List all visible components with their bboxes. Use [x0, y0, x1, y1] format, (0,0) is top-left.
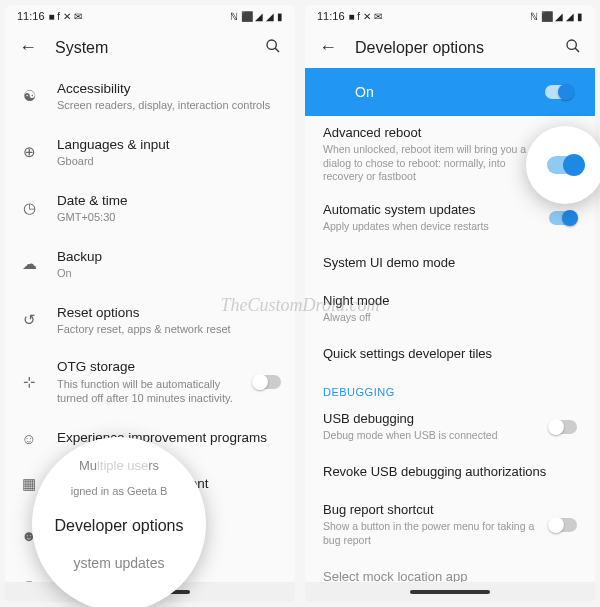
section-debugging: DEBUGGING — [305, 376, 595, 402]
svg-point-0 — [267, 40, 276, 49]
dev-master-toggle[interactable]: On — [305, 68, 595, 116]
clock-icon: ◷ — [19, 198, 39, 218]
svg-line-3 — [575, 48, 579, 52]
page-title: System — [55, 39, 247, 57]
status-bar: 11:16 ■ f ✕ ✉ ℕ ⬛ ◢ ◢ ▮ — [5, 5, 295, 27]
back-icon[interactable]: ← — [19, 37, 37, 58]
back-icon[interactable]: ← — [319, 37, 337, 58]
page-title: Developer options — [355, 39, 547, 57]
nav-bar — [305, 582, 595, 602]
dev-item-usb-debug[interactable]: USB debugging Debug mode when USB is con… — [305, 402, 595, 452]
accessibility-icon: ☯ — [19, 86, 39, 106]
list-item-reset[interactable]: ↺ Reset options Factory reset, apps & ne… — [5, 292, 295, 348]
dev-item-quick-tiles[interactable]: Quick settings developer tiles — [305, 334, 595, 376]
dev-item-revoke[interactable]: Revoke USB debugging authorizations — [305, 451, 595, 493]
dev-item-mock-location[interactable]: Select mock location app — [305, 557, 595, 582]
usb-icon: ⊹ — [19, 372, 39, 392]
auto-updates-toggle[interactable] — [549, 211, 577, 225]
svg-line-1 — [275, 48, 279, 52]
status-notif-icons: ■ f ✕ ✉ — [349, 11, 382, 22]
list-item-backup[interactable]: ☁ Backup On — [5, 236, 295, 292]
search-icon[interactable] — [265, 38, 281, 58]
phone-developer-options: 11:16 ■ f ✕ ✉ ℕ ⬛ ◢ ◢ ▮ ← Developer opti… — [305, 5, 595, 602]
zoom-lens-left: Multiple users igned in as Geeta B Devel… — [32, 437, 206, 607]
status-system-icons: ℕ ⬛ ◢ ◢ ▮ — [230, 11, 283, 22]
zoom-toggle-on — [547, 156, 583, 174]
status-system-icons: ℕ ⬛ ◢ ◢ ▮ — [530, 11, 583, 22]
zoom-lens-right — [526, 126, 600, 204]
phone-icon: ▯ — [19, 576, 39, 582]
status-notif-icons: ■ f ✕ ✉ — [49, 11, 82, 22]
list-item-languages[interactable]: ⊕ Languages & input Gboard — [5, 124, 295, 180]
master-toggle[interactable] — [545, 85, 573, 99]
list-item-datetime[interactable]: ◷ Date & time GMT+05:30 — [5, 180, 295, 236]
list-item-otg[interactable]: ⊹ OTG storage This function will be auto… — [5, 348, 295, 415]
reset-icon: ↺ — [19, 310, 39, 330]
apps-icon: ▦ — [19, 474, 39, 494]
bugreport-toggle[interactable] — [549, 518, 577, 532]
status-bar: 11:16 ■ f ✕ ✉ ℕ ⬛ ◢ ◢ ▮ — [305, 5, 595, 27]
face-icon: ☺ — [19, 428, 39, 448]
usb-debug-toggle[interactable] — [549, 420, 577, 434]
cloud-icon: ☁ — [19, 254, 39, 274]
app-bar: ← Developer options — [305, 27, 595, 68]
app-bar: ← System — [5, 27, 295, 68]
otg-toggle[interactable] — [253, 375, 281, 389]
dev-item-bugreport[interactable]: Bug report shortcut Show a button in the… — [305, 493, 595, 556]
list-item-accessibility[interactable]: ☯ Accessibility Screen readers, display,… — [5, 68, 295, 124]
status-time: 11:16 — [317, 10, 345, 22]
status-time: 11:16 — [17, 10, 45, 22]
zoom-developer-options: Developer options — [55, 507, 184, 545]
globe-icon: ⊕ — [19, 142, 39, 162]
search-icon[interactable] — [565, 38, 581, 58]
nav-pill[interactable] — [410, 590, 490, 594]
dev-item-demo-mode[interactable]: System UI demo mode — [305, 242, 595, 284]
svg-point-2 — [567, 40, 576, 49]
dev-item-night-mode[interactable]: Night mode Always off — [305, 284, 595, 334]
